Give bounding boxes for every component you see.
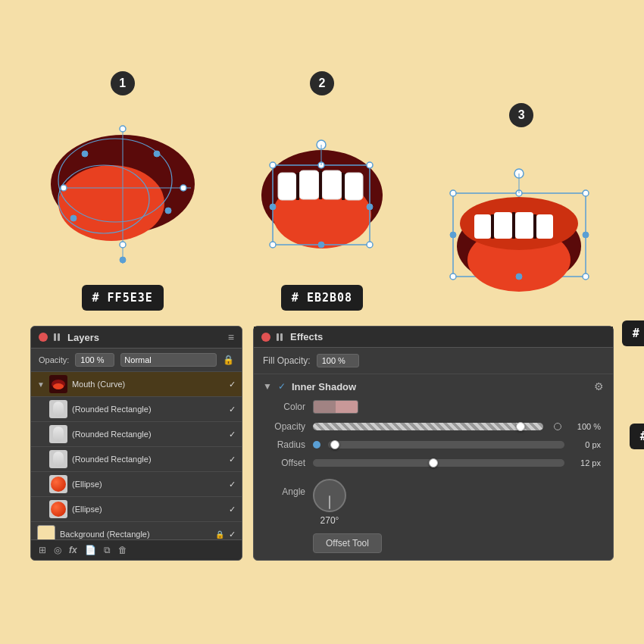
opacity-slider-thumb[interactable] (516, 422, 525, 431)
layer-item-background[interactable]: Background (Rectangle) 🔒 ✓ (31, 522, 242, 539)
effect-color-row: Color # A18383 (263, 400, 604, 414)
opacity-circle-handle[interactable] (554, 423, 561, 430)
opacity-value-text: 100 % (572, 422, 601, 431)
svg-point-7 (61, 185, 67, 191)
panels-area: Layers ≡ Opacity: 100 % Normal 🔒 ▼ (0, 326, 644, 561)
effect-enabled-check[interactable]: ✓ (278, 381, 286, 392)
radius-dot-handle[interactable] (313, 441, 320, 449)
layer-item-mouth[interactable]: ▼ Mouth (Curve) ✓ (31, 372, 242, 397)
svg-point-1 (58, 165, 164, 241)
svg-rect-41 (515, 212, 533, 239)
svg-point-8 (180, 185, 186, 191)
step-2-color-tag: # EB2B08 (281, 285, 363, 311)
opacity-slider-track[interactable] (313, 423, 543, 430)
rounded-rect-3-thumb (49, 450, 67, 468)
offset-tool-button[interactable]: Offset Tool (313, 533, 382, 553)
svg-rect-23 (342, 173, 345, 200)
rounded-rect-1-thumb (49, 400, 67, 418)
layer-item-rounded-rect-1[interactable]: (Rounded Rectangle) ✓ (31, 397, 242, 422)
layers-panel-header: Layers ≡ (31, 327, 242, 349)
layers-close-button[interactable] (39, 333, 48, 342)
opacity-label: Opacity: (39, 355, 69, 364)
angle-value-text: 270° (320, 515, 339, 526)
opacity-value[interactable]: 100 % (75, 353, 114, 367)
effect-offset-row: Offset 12 px (263, 458, 604, 468)
svg-point-46 (450, 190, 456, 196)
layer-item-rounded-rect-3[interactable]: (Rounded Rectangle) ✓ (31, 447, 242, 472)
layer-name-e2: (Ellipse) (72, 505, 224, 514)
group-expand-icon: ▼ (37, 380, 45, 389)
svg-rect-20 (345, 173, 363, 200)
svg-rect-21 (296, 173, 299, 200)
angle-dial-container: 270° (313, 479, 346, 526)
fx-icon[interactable]: fx (69, 545, 77, 555)
duplicate-icon[interactable]: ⧉ (104, 545, 111, 555)
layers-pause-button[interactable] (54, 333, 61, 341)
offset-slider-track[interactable] (313, 459, 564, 467)
color-swatch[interactable] (313, 400, 358, 414)
svg-point-9 (120, 242, 126, 248)
step-3-container: 3 (434, 103, 608, 311)
delete-icon[interactable]: 🗑 (118, 545, 127, 555)
fill-opacity-row: Fill Opacity: 100 % (254, 348, 613, 374)
effects-panel-title: Effects (290, 331, 605, 342)
svg-rect-44 (512, 212, 515, 239)
radius-slider-track[interactable] (328, 441, 564, 449)
add-mask-icon[interactable]: ◎ (54, 545, 61, 555)
svg-rect-22 (319, 170, 322, 199)
layer-name-rr1: (Rounded Rectangle) (72, 405, 224, 414)
angle-row-label: Angle (266, 479, 305, 497)
svg-point-32 (367, 242, 373, 248)
svg-point-25 (270, 162, 276, 168)
layer-name-rr3: (Rounded Rectangle) (72, 455, 224, 464)
layers-opacity-row: Opacity: 100 % Normal 🔒 (31, 349, 242, 372)
svg-rect-19 (322, 170, 342, 199)
layer-item-ellipse-2[interactable]: (Ellipse) ✓ (31, 497, 242, 522)
effect-expand-icon[interactable]: ▼ (263, 381, 272, 392)
angle-dial[interactable] (313, 479, 346, 512)
layer-check-rr2: ✓ (229, 430, 236, 439)
svg-point-50 (583, 232, 589, 238)
fill-opacity-value[interactable]: 100 % (317, 354, 359, 367)
offset-slider-thumb[interactable] (429, 458, 438, 467)
effects-pause-button[interactable] (277, 333, 284, 341)
radius-value-text: 0 px (572, 440, 601, 449)
effect-name: Inner Shadow (292, 381, 588, 392)
effects-close-button[interactable] (261, 333, 270, 342)
svg-rect-45 (533, 214, 536, 239)
step-3-mouth (434, 136, 608, 311)
svg-rect-40 (494, 212, 512, 239)
layer-name-mouth: Mouth (Curve) (72, 380, 224, 389)
svg-point-30 (270, 242, 276, 248)
layers-icon[interactable]: ⊞ (39, 545, 46, 555)
step-2-container: 2 (235, 71, 409, 311)
layer-check-rr3: ✓ (229, 455, 236, 464)
svg-point-28 (270, 204, 276, 210)
step-1-number: 1 (111, 71, 135, 95)
layer-name-e1: (Ellipse) (72, 480, 224, 489)
svg-rect-42 (536, 214, 553, 239)
effects-panel-header: Effects (254, 327, 613, 348)
new-layer-icon[interactable]: 📄 (85, 545, 96, 555)
layer-check-rr1: ✓ (229, 405, 236, 414)
mouth-thumb (49, 375, 67, 393)
svg-rect-17 (278, 173, 296, 200)
svg-point-10 (82, 151, 88, 157)
layer-item-rounded-rect-2[interactable]: (Rounded Rectangle) ✓ (31, 422, 242, 447)
layers-list: ▼ Mouth (Curve) ✓ (Rounded Rectangle) ✓ (31, 372, 242, 539)
layers-panel-title: Layers (67, 332, 222, 343)
step-1-mouth (36, 105, 210, 279)
layer-item-ellipse-1[interactable]: (Ellipse) ✓ (31, 472, 242, 497)
layer-check-e1: ✓ (229, 480, 236, 489)
svg-point-14 (120, 257, 126, 263)
background-thumb (37, 525, 55, 539)
layers-menu-button[interactable]: ≡ (228, 331, 234, 343)
color-swatch-area (313, 400, 358, 414)
radius-slider-thumb[interactable] (330, 440, 339, 449)
layers-panel-footer: ⊞ ◎ fx 📄 ⧉ 🗑 (31, 539, 242, 560)
svg-point-6 (120, 126, 126, 132)
layer-check-mouth: ✓ (229, 380, 236, 389)
effect-gear-icon[interactable]: ⚙ (594, 380, 604, 392)
blend-mode-select[interactable]: Normal (120, 353, 217, 367)
lock-icon: 🔒 (223, 355, 234, 365)
